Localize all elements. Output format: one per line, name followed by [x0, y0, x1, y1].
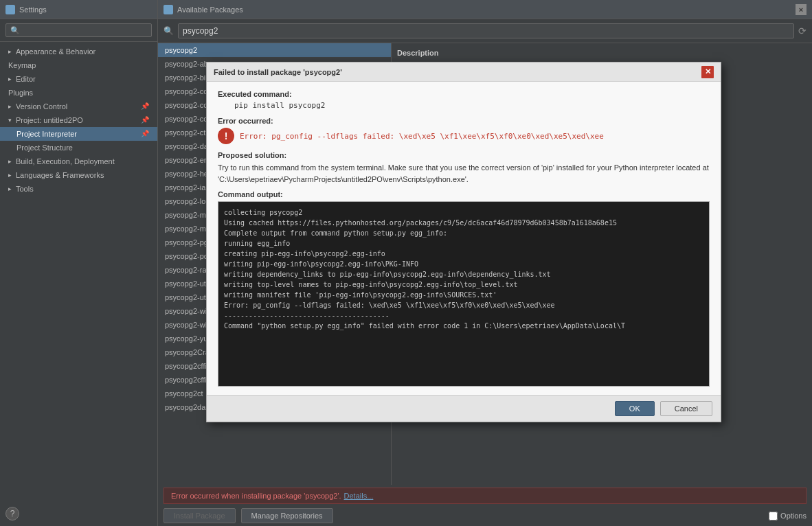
- settings-title: Settings: [19, 5, 47, 14]
- packages-search-input[interactable]: [178, 23, 794, 38]
- sidebar-item-label: Keymap: [8, 61, 36, 69]
- ok-button[interactable]: OK: [615, 401, 655, 416]
- sidebar-item-label: Project: untitled2PO: [16, 116, 83, 124]
- sidebar-item-label: Tools: [16, 185, 34, 193]
- dialog-title: Failed to install package 'psycopg2': [214, 68, 701, 76]
- sidebar-item-version-control[interactable]: ▸ Version Control 📌: [0, 100, 157, 113]
- options-label: Options: [780, 512, 807, 520]
- dialog-titlebar: Failed to install package 'psycopg2' ✕: [207, 62, 721, 82]
- dialog-body: Executed command: pip install psycopg2 E…: [207, 82, 721, 395]
- refresh-button[interactable]: ⟳: [798, 25, 807, 36]
- sidebar-item-label: Project Interpreter: [16, 130, 77, 138]
- chevron-icon: ▸: [8, 76, 12, 82]
- error-bar-text: Error occurred when installing package '…: [171, 492, 341, 500]
- sidebar-item-keymap[interactable]: Keymap: [0, 58, 157, 72]
- packages-titlebar: Available Packages ×: [158, 0, 812, 19]
- packages-icon: [163, 5, 173, 14]
- settings-search-input[interactable]: [5, 23, 152, 37]
- help-button[interactable]: ?: [5, 507, 19, 521]
- packages-title: Available Packages: [177, 5, 791, 14]
- dialog-footer: OK Cancel: [207, 395, 721, 422]
- error-message-box: ! Error: pg_config --ldflags failed: \xe…: [218, 128, 710, 144]
- description-header: Description: [397, 49, 807, 57]
- proposed-solution-text: Try to run this command from the system …: [218, 162, 710, 185]
- sidebar-item-label: Version Control: [16, 102, 67, 111]
- chevron-icon: ▸: [8, 172, 12, 179]
- error-details-link[interactable]: Details...: [344, 492, 374, 500]
- chevron-icon: ▸: [8, 103, 12, 110]
- command-output-box[interactable]: collecting psycopg2 Using cached https:/…: [218, 201, 710, 387]
- command-value: pip install psycopg2: [218, 101, 710, 110]
- settings-window: Settings ▸ Appearance & Behavior Keymap …: [0, 0, 158, 526]
- sidebar-item-label: Project Structure: [16, 144, 73, 152]
- sidebar-item-editor[interactable]: ▸ Editor: [0, 72, 157, 86]
- settings-nav: ▸ Appearance & Behavior Keymap ▸ Editor …: [0, 42, 157, 526]
- sidebar-item-label: Build, Execution, Deployment: [16, 157, 115, 165]
- packages-close-button[interactable]: ×: [796, 4, 807, 15]
- proposed-solution-label: Proposed solution:: [218, 151, 710, 159]
- pin-icon: 📌: [141, 130, 149, 138]
- sidebar-item-plugins[interactable]: Plugins: [0, 86, 157, 100]
- settings-search-area: [0, 19, 157, 42]
- sidebar-item-appearance[interactable]: ▸ Appearance & Behavior: [0, 45, 157, 58]
- sidebar-item-label: Languages & Frameworks: [16, 171, 104, 179]
- manage-repositories-button[interactable]: Manage Repositories: [241, 508, 333, 523]
- pin-icon: 📌: [141, 102, 149, 111]
- error-bar: Error occurred when installing package '…: [163, 488, 807, 504]
- sidebar-item-label: Editor: [16, 75, 36, 83]
- sidebar-item-languages-frameworks[interactable]: ▸ Languages & Frameworks: [0, 168, 157, 182]
- sidebar-item-label: Appearance & Behavior: [16, 47, 95, 56]
- sidebar-item-label: Plugins: [8, 89, 33, 97]
- cancel-button[interactable]: Cancel: [660, 401, 712, 416]
- error-circle-icon: !: [218, 128, 234, 144]
- sidebar-item-project[interactable]: ▾ Project: untitled2PO 📌: [0, 113, 157, 127]
- list-item[interactable]: psycopg2: [158, 43, 391, 57]
- packages-search-bar: 🔍 ⟳: [158, 19, 812, 43]
- dialog-close-button[interactable]: ✕: [701, 66, 714, 78]
- chevron-icon: ▸: [8, 185, 12, 192]
- settings-titlebar: Settings: [0, 0, 157, 19]
- chevron-down-icon: ▾: [8, 117, 12, 124]
- chevron-down-icon: ▸: [8, 48, 12, 55]
- settings-icon: [5, 5, 15, 14]
- footer-buttons: Install Package Manage Repositories Opti…: [163, 508, 807, 523]
- pin-icon: 📌: [141, 116, 149, 124]
- sidebar-item-project-interpreter[interactable]: Project Interpreter 📌: [0, 127, 157, 141]
- search-icon: 🔍: [163, 26, 174, 36]
- sidebar-item-tools[interactable]: ▸ Tools: [0, 182, 157, 196]
- sidebar-item-project-structure[interactable]: Project Structure: [0, 141, 157, 155]
- proposed-solution-section: Proposed solution: Try to run this comma…: [218, 151, 710, 185]
- sidebar-item-build-execution[interactable]: ▸ Build, Execution, Deployment: [0, 155, 157, 168]
- executed-command-label: Executed command:: [218, 90, 710, 98]
- options-area: Options: [769, 512, 807, 521]
- install-package-button[interactable]: Install Package: [163, 508, 236, 523]
- error-message-text: Error: pg_config --ldflags failed: \xed\…: [240, 132, 604, 141]
- command-output-label: Command output:: [218, 190, 710, 198]
- chevron-icon: ▸: [8, 158, 12, 165]
- options-checkbox[interactable]: [769, 512, 778, 521]
- error-dialog: Failed to install package 'psycopg2' ✕ E…: [206, 62, 721, 422]
- error-occurred-label: Error occurred:: [218, 117, 710, 125]
- packages-footer-area: Error occurred when installing package '…: [158, 485, 812, 526]
